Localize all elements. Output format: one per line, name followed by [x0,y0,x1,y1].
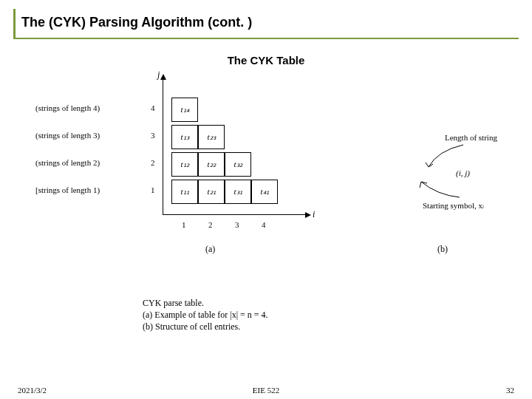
y-tick-3: 3 [151,131,155,140]
cell-4-1: t₄₁ [251,180,278,204]
y-axis-arrow-icon [160,74,166,80]
cell-1-1: t₁₁ [171,180,198,204]
cell-3-2: t₃₂ [225,152,251,177]
cell-1-3: t₁₃ [171,125,198,149]
footer-date: 2021/3/2 [18,386,47,395]
diagram-a: j i (strings of length 4) (strings of le… [35,74,331,266]
panel-a-label: (a) [205,244,215,255]
x-axis-label: i [313,209,315,220]
title-bar: The (CYK) Parsing Algorithm (cont. ) [13,9,519,39]
y-tick-4: 4 [151,103,155,112]
cell-1-2: t₁₂ [171,152,198,177]
y-tick-1: 1 [151,185,155,194]
start-arrow-icon [415,179,467,201]
y-tick-2: 2 [151,158,155,167]
caption-line-1: CYK parse table. [143,297,268,309]
panel-b-label: (b) [437,244,448,255]
row-label-2: (strings of length 2) [35,158,100,167]
y-axis-label: j [157,69,160,81]
ij-label: (i, j) [456,168,470,177]
x-tick-2: 2 [208,220,213,229]
caption-line-3: (b) Structure of cell entries. [143,321,268,332]
cell-1-4: tt14₁₄ [171,98,198,122]
x-tick-1: 1 [182,220,186,229]
diagram-b: Length of string (i, j) Starting symbol,… [386,133,511,236]
x-tick-4: 4 [262,220,266,229]
start-label: Starting symbol, xᵢ [423,201,484,211]
footer-course: EIE 522 [253,386,279,395]
row-label-1: [strings of length 1) [35,185,100,194]
length-label: Length of string [445,133,497,142]
y-axis [163,78,163,215]
figure-caption: CYK parse table. (a) Example of table fo… [143,297,268,333]
slide-title: The (CYK) Parsing Algorithm (cont. ) [21,15,519,30]
cell-2-3: t₂₃ [198,125,225,149]
footer-page: 32 [506,386,514,395]
x-axis-arrow-icon [305,212,311,218]
caption-line-2: (a) Example of table for |x| = n = 4. [143,309,268,321]
x-tick-3: 3 [235,220,239,229]
cell-2-1: t₂₁ [198,180,225,204]
row-label-3: (strings of length 3) [35,131,100,140]
cell-3-1: t₃₁ [225,180,251,204]
row-label-4: (strings of length 4) [35,103,100,112]
cell-2-2: t₂₂ [198,152,225,177]
subtitle: The CYK Table [13,54,519,66]
content-area: j i (strings of length 4) (strings of le… [13,74,519,296]
x-axis [163,214,307,215]
